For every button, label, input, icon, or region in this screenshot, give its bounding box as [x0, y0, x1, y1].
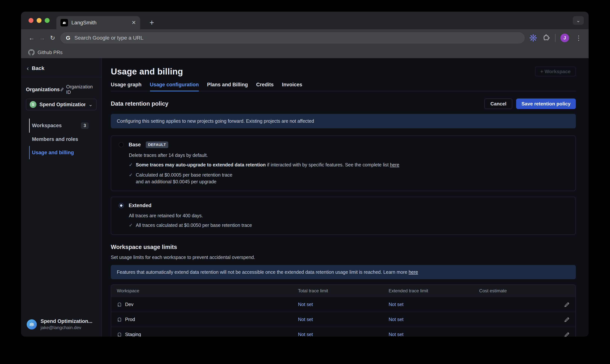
- user-email: jake@langchain.dev: [41, 325, 92, 330]
- minimize-window-button[interactable]: [37, 18, 41, 23]
- organizations-heading: Organizations: [26, 87, 60, 92]
- extended-radio-button[interactable]: [119, 203, 124, 208]
- tab-usage-configuration[interactable]: Usage configuration: [150, 82, 199, 91]
- workspace-usage-limits-heading: Workspace usage limits: [111, 244, 576, 250]
- new-tab-button[interactable]: +: [147, 19, 157, 27]
- sidebar-item-workspaces[interactable]: Workspaces 3: [29, 118, 90, 133]
- limits-banner-text: Features that automatically extend data …: [117, 269, 409, 275]
- link-icon: [60, 87, 64, 92]
- toolbar-right-cluster: J ⋮: [529, 34, 583, 42]
- current-user[interactable]: Spend Optimization... jake@langchain.dev: [21, 313, 101, 337]
- langsmith-extension-icon[interactable]: [529, 34, 537, 42]
- organization-id-button[interactable]: Organization ID: [60, 84, 96, 95]
- organization-selector[interactable]: S Spend Optimization Tu... ⌄: [26, 99, 96, 110]
- workspace-limits-table: Workspace Total trace limit Extended tra…: [111, 285, 576, 337]
- sidebar-item-usage-and-billing[interactable]: Usage and billing: [29, 146, 90, 159]
- tab-plans-and-billing[interactable]: Plans and Billing: [207, 82, 248, 91]
- base-retention-card: Base DEFAULT Delete traces after 14 days…: [111, 135, 576, 191]
- limits-info-banner: Features that automatically extend data …: [111, 265, 576, 279]
- workspace-usage-limits-description: Set usage limits for each workspace to p…: [111, 255, 576, 260]
- workspace-icon: [117, 317, 122, 322]
- tab-title: LangSmith: [71, 20, 128, 26]
- google-g-icon: G: [66, 35, 70, 41]
- add-workspace-button[interactable]: + Workspace: [535, 67, 576, 76]
- table-header-row: Workspace Total trace limit Extended tra…: [111, 285, 575, 297]
- tab-credits[interactable]: Credits: [256, 82, 274, 91]
- base-description: Delete traces after 14 days by default.: [129, 153, 575, 158]
- address-bar-placeholder: Search Google or type a URL: [74, 35, 143, 41]
- total-trace-limit-link[interactable]: Not set: [298, 332, 389, 337]
- workspace-name: Dev: [125, 302, 133, 307]
- workspace-name: Staging: [125, 332, 141, 337]
- bookmarks-bar: Github PRs: [21, 47, 589, 58]
- column-cost-estimate: Cost estimate: [479, 288, 534, 293]
- browser-window: LangSmith ✕ + ⌄ ← → ↻ G Search Google or…: [21, 12, 589, 337]
- browser-tab-langsmith[interactable]: LangSmith ✕: [56, 16, 140, 29]
- check-icon: ✓: [129, 222, 133, 229]
- limits-here-link[interactable]: here: [409, 269, 418, 275]
- edit-limits-button[interactable]: [534, 332, 570, 337]
- extended-trace-limit-link[interactable]: Not set: [389, 302, 479, 307]
- toolbar-divider: [555, 34, 556, 42]
- base-radio-button[interactable]: [119, 142, 124, 147]
- workspace-icon: [117, 332, 122, 337]
- save-retention-policy-button[interactable]: Save retention policy: [516, 99, 576, 109]
- organization-id-label: Organization ID: [66, 84, 96, 95]
- edit-limits-button[interactable]: [534, 302, 570, 307]
- back-label: Back: [32, 65, 44, 71]
- forward-nav-icon: →: [37, 33, 47, 43]
- base-bullet-pricing: ✓ Calculated at $0.0005 per base retenti…: [129, 171, 575, 185]
- chevron-down-icon: ⌄: [88, 103, 93, 106]
- tab-close-icon[interactable]: ✕: [132, 20, 136, 25]
- base-pricing-line1: Calculated at $0.0005 per base retention…: [136, 171, 232, 178]
- browser-profile-avatar[interactable]: J: [560, 34, 569, 42]
- close-window-button[interactable]: [28, 18, 33, 23]
- back-nav-icon[interactable]: ←: [26, 33, 37, 43]
- address-bar[interactable]: G Search Google or type a URL: [60, 32, 525, 43]
- retention-info-banner: Configuring this setting applies to new …: [111, 114, 576, 128]
- edit-limits-button[interactable]: [534, 317, 570, 322]
- base-bullet-rest: if interacted with by specific features.…: [266, 162, 390, 167]
- table-row-staging: Staging Not set Not set: [111, 327, 575, 337]
- check-icon: ✓: [129, 161, 133, 168]
- langsmith-app: ‹ Back Organizations Organization ID S S…: [21, 58, 589, 337]
- pencil-icon: [564, 302, 570, 307]
- bookmark-github-prs[interactable]: Github PRs: [38, 50, 63, 55]
- total-trace-limit-link[interactable]: Not set: [298, 302, 389, 307]
- data-retention-policy-heading: Data retention policy: [111, 100, 168, 107]
- browser-toolbar: ← → ↻ G Search Google or type a URL: [21, 29, 589, 47]
- default-badge: DEFAULT: [146, 142, 168, 148]
- extended-trace-limit-link[interactable]: Not set: [389, 332, 479, 337]
- retention-banner-text: Configuring this setting applies to new …: [117, 118, 314, 124]
- total-trace-limit-link[interactable]: Not set: [298, 317, 389, 322]
- tab-strip: LangSmith ✕ + ⌄: [21, 12, 589, 29]
- main-content: Usage and billing + Workspace Usage grap…: [102, 58, 589, 337]
- browser-menu-icon[interactable]: ⋮: [574, 34, 583, 42]
- extended-trace-limit-link[interactable]: Not set: [389, 317, 479, 322]
- tab-invoices[interactable]: Invoices: [282, 82, 302, 91]
- back-button[interactable]: ‹ Back: [21, 58, 101, 77]
- base-here-link[interactable]: here: [390, 162, 399, 167]
- billing-tabs: Usage graph Usage configuration Plans an…: [111, 82, 576, 91]
- tab-usage-graph[interactable]: Usage graph: [111, 82, 142, 91]
- sidebar-item-label: Members and roles: [32, 136, 78, 142]
- cancel-button[interactable]: Cancel: [484, 99, 512, 109]
- window-controls: [28, 18, 50, 23]
- organization-avatar: S: [30, 101, 36, 108]
- extensions-puzzle-icon[interactable]: [542, 34, 550, 42]
- user-avatar: [27, 319, 37, 329]
- extended-retention-card: Extended All traces are retained for 400…: [111, 197, 576, 234]
- sidebar-item-members-and-roles[interactable]: Members and roles: [29, 133, 90, 146]
- pencil-icon: [564, 317, 570, 322]
- github-icon: [28, 49, 35, 55]
- workspaces-count-badge: 3: [81, 122, 89, 129]
- pencil-icon: [564, 332, 570, 337]
- extended-option-label: Extended: [129, 203, 151, 208]
- column-extended-trace-limit: Extended trace limit: [389, 288, 479, 293]
- reload-icon[interactable]: ↻: [47, 33, 58, 43]
- tab-search-button[interactable]: ⌄: [573, 16, 584, 25]
- sidebar-item-label: Workspaces: [32, 123, 62, 129]
- column-total-trace-limit: Total trace limit: [298, 288, 389, 293]
- fullscreen-window-button[interactable]: [45, 18, 50, 23]
- back-chevron-icon: ‹: [27, 66, 29, 71]
